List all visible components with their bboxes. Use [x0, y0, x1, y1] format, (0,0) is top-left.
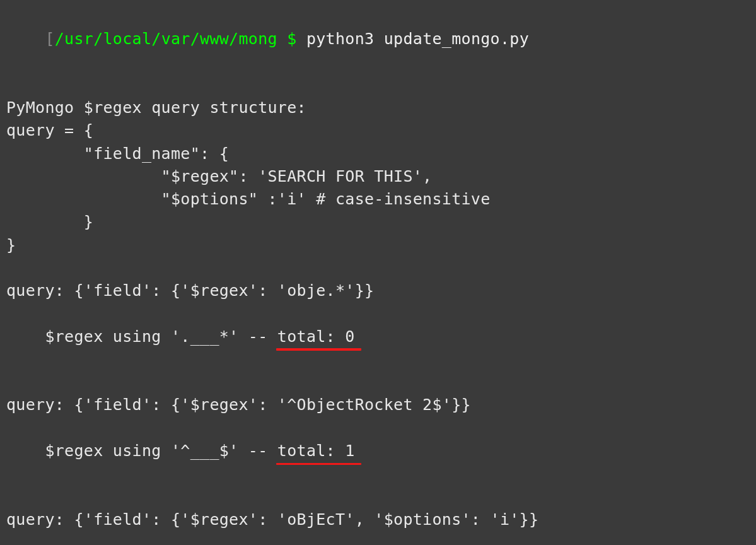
struct-line: }: [6, 234, 750, 257]
blank-line: [6, 371, 750, 394]
query-3-line-1: query: {'field': {'$regex': 'oBjEcT', '$…: [6, 508, 750, 531]
prompt-line-1: [/usr/local/var/www/mong $ python3 updat…: [6, 5, 750, 74]
query-2-line-1: query: {'field': {'$regex': '^ObjectRock…: [6, 394, 750, 416]
total-result-1: total: 0: [277, 325, 355, 348]
blank-line: [6, 257, 750, 279]
struct-line: "$regex": 'SEARCH FOR THIS',: [6, 165, 750, 188]
query-1-line-1: query: {'field': {'$regex': 'obje.*'}}: [6, 279, 750, 302]
struct-header: PyMongo $regex query structure:: [6, 97, 750, 119]
struct-line: "$options" :'i' # case-insensitive: [6, 188, 750, 211]
red-underline: [276, 348, 361, 351]
query-3-line-2: $regex using $options 'i' -- total: 4: [6, 531, 750, 545]
struct-line: query = {: [6, 119, 750, 142]
query-1-prefix: $regex using '.___*' --: [45, 327, 277, 346]
total-result-2: total: 1: [277, 440, 355, 462]
prompt-path: /usr/local/var/www/mong: [55, 30, 277, 48]
blank-line: [6, 74, 750, 97]
terminal-output[interactable]: [/usr/local/var/www/mong $ python3 updat…: [6, 5, 750, 545]
struct-line: "field_name": {: [6, 143, 750, 165]
prompt-bracket: [: [45, 30, 54, 48]
query-2-line-2: $regex using '^___$' -- total: 1: [6, 417, 750, 486]
query-1-line-2: $regex using '.___*' -- total: 0: [6, 302, 750, 371]
query-2-prefix: $regex using '^___$' --: [45, 442, 277, 460]
struct-line: }: [6, 211, 750, 233]
prompt-dollar: $: [277, 30, 306, 48]
command-text: python3 update_mongo.py: [306, 30, 529, 48]
blank-line: [6, 485, 750, 508]
red-underline: [276, 463, 361, 466]
